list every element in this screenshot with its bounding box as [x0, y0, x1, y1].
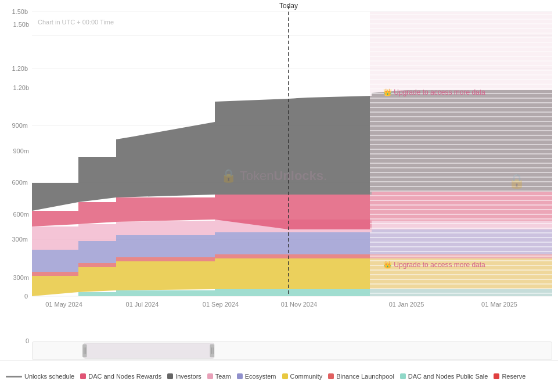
legend-color-unlocks: [6, 376, 22, 377]
svg-text:01 Sep 2024: 01 Sep 2024: [203, 301, 239, 308]
svg-text:👑 Upgrade to access more data: 👑 Upgrade to access more data: [383, 260, 485, 269]
svg-rect-38: [82, 344, 87, 358]
legend: Unlocks schedule DAC and Nodes Rewards I…: [0, 360, 558, 392]
svg-text:01 May 2024: 01 May 2024: [45, 301, 82, 308]
svg-text:900m: 900m: [12, 122, 28, 129]
legend-unlocks-schedule: Unlocks schedule: [6, 373, 74, 380]
legend-ecosystem: Ecosystem: [237, 373, 276, 380]
legend-color-investors: [167, 373, 173, 379]
legend-color-community: [282, 373, 288, 379]
legend-color-team: [207, 373, 213, 379]
svg-text:👑 Upgrade to access more data: 👑 Upgrade to access more data: [383, 88, 485, 96]
svg-text:300m: 300m: [12, 236, 28, 243]
svg-text:01 Jan 2025: 01 Jan 2025: [389, 301, 424, 308]
svg-text:Today: Today: [279, 2, 298, 10]
legend-investors: Investors: [167, 373, 201, 380]
chart-svg: Today 01 May 2024 01 Jul 2024 01 Sep 202…: [0, 0, 558, 392]
svg-rect-37: [84, 343, 214, 358]
svg-text:600m: 600m: [12, 179, 28, 186]
svg-text:🔒: 🔒: [508, 172, 525, 189]
legend-color-binance: [328, 373, 334, 379]
svg-text:Chart in UTC + 00:00 Time: Chart in UTC + 00:00 Time: [38, 19, 114, 26]
legend-reserve: Reserve: [494, 373, 525, 380]
legend-public-sale: DAC and Nodes Public Sale: [400, 373, 488, 380]
svg-rect-41: [210, 344, 214, 358]
chart-container: 1.50b 1.20b 900m 600m 300m 0: [0, 0, 558, 392]
legend-color-reserve: [494, 373, 499, 379]
legend-color-dac: [80, 373, 86, 379]
svg-text:01 Mar 2025: 01 Mar 2025: [481, 301, 517, 308]
legend-color-ecosystem: [237, 373, 243, 379]
svg-text:1.20b: 1.20b: [12, 65, 28, 72]
legend-community: Community: [282, 373, 323, 380]
svg-text:1.50b: 1.50b: [12, 8, 28, 15]
svg-text:0: 0: [24, 293, 28, 300]
svg-text:🔒 TokenUnlocks.: 🔒 TokenUnlocks.: [221, 168, 327, 184]
legend-team: Team: [207, 373, 231, 380]
legend-binance: Binance Launchpool: [328, 373, 394, 380]
legend-color-public-sale: [400, 373, 406, 379]
svg-text:01 Jul 2024: 01 Jul 2024: [126, 301, 159, 308]
legend-dac-rewards: DAC and Nodes Rewards: [80, 373, 161, 380]
svg-text:01 Nov 2024: 01 Nov 2024: [281, 301, 317, 308]
chart-scrollbar[interactable]: [32, 341, 552, 360]
svg-rect-17: [370, 12, 552, 296]
